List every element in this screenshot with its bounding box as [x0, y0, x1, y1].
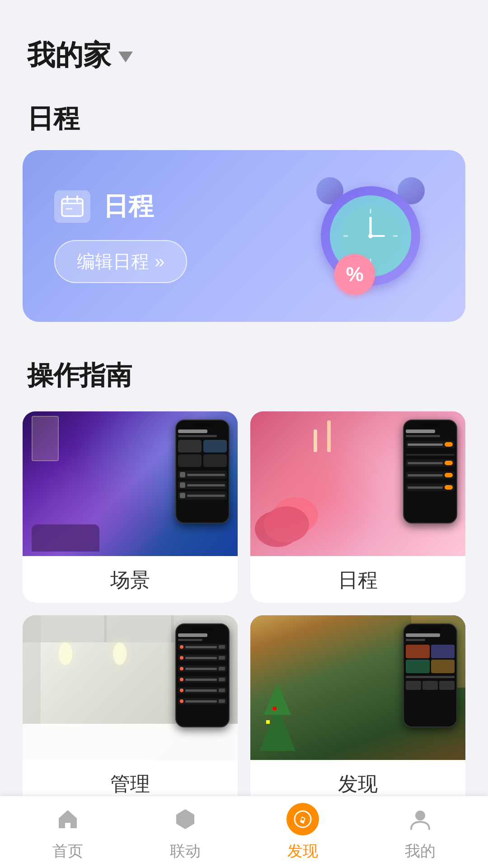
guide-section: 场景 [0, 407, 488, 825]
header: 我的家 [0, 0, 488, 92]
automation-icon [169, 803, 202, 835]
profile-icon [404, 803, 436, 835]
svg-point-8 [368, 234, 373, 238]
scene-image-wrapper [23, 411, 238, 556]
schedule-label: 日程 [250, 556, 465, 603]
calendar-icon [54, 190, 90, 223]
nav-item-automation[interactable]: 联动 [127, 803, 244, 862]
birthday-phone-inner [404, 420, 456, 523]
guide-grid: 场景 [23, 411, 465, 807]
schedule-section-title: 日程 [0, 92, 488, 150]
my-home-bar [406, 429, 435, 433]
phone-notch [191, 423, 214, 427]
alarm-clock-visual: % [307, 177, 434, 295]
dropdown-arrow-icon[interactable] [118, 52, 133, 62]
christmas-image-wrapper [250, 615, 465, 760]
discover-icon [286, 803, 319, 835]
sofa-decor [32, 524, 99, 552]
nav-item-discover[interactable]: 发现 [244, 803, 361, 862]
management-phone [175, 623, 230, 727]
home-icon [52, 803, 84, 835]
schedule-section: 日程 编辑日程 » [0, 150, 488, 349]
phone-notch-3 [191, 627, 214, 631]
schedule-label: 日程 [54, 189, 187, 224]
phone-title [178, 429, 207, 433]
guide-card-discover[interactable]: 发现 [250, 615, 465, 807]
discover-phone-inner [404, 624, 456, 726]
guide-card-management[interactable]: 管理 [23, 615, 238, 807]
svg-point-14 [301, 818, 304, 821]
nav-label-discover: 发现 [287, 841, 318, 862]
discover-title-bar [406, 633, 440, 637]
svg-point-15 [415, 811, 425, 821]
clock-percent-badge: % [334, 254, 375, 295]
page-container: 我的家 日程 日程 [0, 0, 488, 868]
schedule-banner-label: 日程 [103, 189, 154, 224]
kitchen-image-wrapper [23, 615, 238, 760]
nav-label-home: 首页 [52, 841, 83, 862]
discover-phone [403, 623, 457, 727]
management-title-bar [178, 633, 207, 637]
schedule-left: 日程 编辑日程 » [54, 189, 187, 283]
scene-phone-inner [176, 420, 229, 523]
bottom-nav: 首页 联动 发现 我的 [0, 796, 488, 868]
svg-rect-0 [62, 199, 83, 216]
schedule-banner[interactable]: 日程 编辑日程 » [23, 150, 465, 322]
nav-item-profile[interactable]: 我的 [361, 803, 479, 862]
phone-notch-2 [419, 423, 441, 427]
guide-card-scene[interactable]: 场景 [23, 411, 238, 603]
guide-card-schedule[interactable]: 日程 [250, 411, 465, 603]
birthday-image-wrapper [250, 411, 465, 556]
scene-label: 场景 [23, 556, 238, 603]
nav-label-automation: 联动 [170, 841, 201, 862]
edit-schedule-button[interactable]: 编辑日程 » [54, 240, 187, 283]
management-phone-inner [176, 624, 229, 726]
discover-circle [286, 803, 319, 835]
birthday-phone [403, 420, 457, 524]
guide-section-title: 操作指南 [0, 349, 488, 407]
nav-label-profile: 我的 [405, 841, 436, 862]
page-title: 我的家 [27, 36, 111, 74]
nav-item-home[interactable]: 首页 [9, 803, 127, 862]
phone-grid [178, 440, 227, 467]
scene-phone [175, 420, 230, 524]
phone-notch-4 [419, 627, 441, 631]
discover-grid [406, 645, 455, 673]
